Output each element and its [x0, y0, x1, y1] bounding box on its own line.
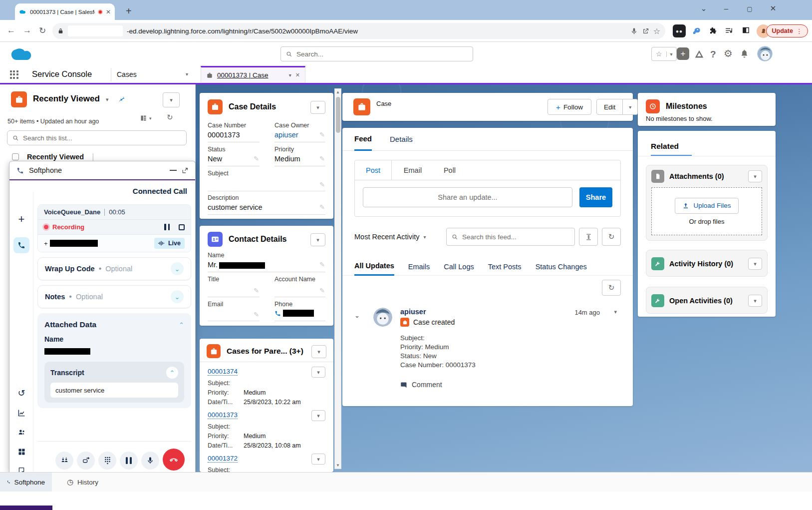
softphone-header[interactable]: Softphone — [9, 161, 195, 180]
tab-feed[interactable]: Feed — [354, 128, 372, 151]
list-selector-icon[interactable]: ▾ — [106, 96, 109, 103]
list-view-title[interactable]: Recently Viewed — [33, 94, 100, 104]
share-button[interactable]: Share — [579, 187, 612, 207]
recording-pause-icon[interactable] — [164, 224, 170, 230]
feed-author-link[interactable]: apiuser — [400, 308, 426, 316]
select-all-checkbox[interactable] — [12, 153, 19, 160]
cases-dropdown-icon[interactable]: ▾ — [186, 71, 188, 77]
mute-button[interactable] — [141, 452, 159, 470]
file-dropzone[interactable]: Upload Files Or drop files — [651, 187, 762, 235]
card-actions-button[interactable]: ▾ — [310, 233, 325, 246]
transfer-button[interactable] — [77, 452, 95, 470]
column-scrollbar[interactable]: ▲ ▼ — [334, 88, 341, 469]
scrollbar-thumb[interactable] — [336, 97, 340, 133]
edit-pencil-icon[interactable]: ✎ — [254, 155, 259, 162]
column-header[interactable]: Recently Viewed — [27, 153, 84, 161]
comment-action[interactable]: Comment — [400, 381, 442, 389]
collapse-all-button[interactable] — [579, 228, 598, 246]
edit-pencil-icon[interactable]: ✎ — [254, 311, 259, 318]
notes-section[interactable]: Notes • Optional ⌄ — [37, 285, 191, 308]
mic-icon[interactable] — [630, 27, 638, 35]
popout-icon[interactable] — [182, 167, 188, 174]
setup-gear-icon[interactable]: ⚙ — [724, 47, 733, 59]
feed-search-input[interactable]: Search this feed... — [446, 228, 575, 246]
edit-dropdown-icon[interactable]: ▾ — [623, 99, 638, 115]
notifications-bell-icon[interactable] — [740, 49, 749, 58]
tab-close-icon[interactable]: ✕ — [106, 8, 111, 15]
pin-icon[interactable] — [118, 95, 125, 102]
edit-pencil-icon[interactable]: ✎ — [254, 287, 259, 294]
follow-button[interactable]: + Follow — [547, 99, 591, 115]
tab-related[interactable]: Related — [651, 142, 679, 151]
card-title[interactable]: Attachments (0) — [669, 172, 724, 180]
card-title[interactable]: Cases for Pare... (3+) — [227, 347, 303, 356]
tab-options-icon[interactable]: ▾ — [289, 72, 291, 78]
conference-button[interactable] — [55, 452, 73, 470]
notes-icon[interactable] — [13, 463, 29, 472]
quick-actions-icon[interactable]: + — [677, 47, 689, 60]
edit-pencil-icon[interactable]: ✎ — [319, 203, 325, 211]
upload-files-button[interactable]: Upload Files — [675, 198, 738, 214]
scroll-up-icon[interactable]: ▲ — [335, 90, 341, 94]
case-number-link[interactable]: 00001372 — [208, 455, 238, 463]
collapse-chevron-icon[interactable]: ⌃ — [166, 367, 178, 379]
app-launcher-icon[interactable] — [10, 70, 18, 79]
back-button[interactable]: ← — [7, 25, 15, 35]
wrapup-section[interactable]: Wrap Up Code • Optional ⌄ — [37, 257, 191, 280]
chrome-update-button[interactable]: Update ⋮ — [766, 24, 808, 37]
scroll-down-icon[interactable]: ▼ — [335, 463, 341, 468]
case-number-link[interactable]: 00001373 — [208, 411, 238, 419]
edit-pencil-icon[interactable]: ✎ — [319, 287, 325, 294]
dialpad-button[interactable] — [98, 452, 116, 470]
workspace-tab-label[interactable]: 00001373 | Case — [217, 71, 285, 79]
edit-pencil-icon[interactable]: ✎ — [319, 155, 325, 162]
list-actions-button[interactable]: ▾ — [163, 92, 180, 107]
chrome-menu-icon[interactable]: ⋮ — [796, 27, 803, 35]
side-panel-icon[interactable] — [742, 26, 750, 34]
card-actions-button[interactable]: ▾ — [311, 345, 326, 358]
card-title[interactable]: Open Activities (0) — [669, 297, 733, 305]
tab-close-icon[interactable]: ✕ — [295, 72, 300, 78]
trailhead-icon[interactable] — [694, 49, 705, 60]
edit-button[interactable]: Edit — [596, 99, 623, 115]
extension-icon-key[interactable] — [690, 24, 703, 37]
feed-sort-select[interactable]: Most Recent Activity ▾ — [354, 233, 426, 241]
call-history-icon[interactable]: ↺ — [13, 385, 29, 401]
window-close-button[interactable]: ✕ — [766, 4, 781, 13]
share-icon[interactable] — [642, 27, 649, 35]
utility-history-button[interactable]: ◷ History — [60, 473, 105, 492]
list-refresh-icon[interactable]: ↻ — [167, 113, 173, 122]
transcript-input[interactable] — [50, 383, 178, 398]
edit-pencil-icon[interactable]: ✎ — [319, 131, 325, 138]
extensions-puzzle-icon[interactable] — [707, 24, 720, 37]
new-tab-button[interactable]: + — [126, 6, 132, 16]
nav-item-cases[interactable]: Cases — [117, 70, 137, 78]
list-search-input[interactable]: Search this list... — [7, 130, 187, 145]
row-actions-button[interactable]: ▾ — [311, 367, 325, 378]
window-minimize-button[interactable]: – — [719, 4, 734, 12]
card-actions-button[interactable]: ▾ — [748, 170, 762, 182]
feed-avatar[interactable] — [373, 308, 392, 327]
collapse-chevron-icon[interactable]: ⌃ — [179, 321, 184, 329]
case-owner-link[interactable]: apiuser — [274, 131, 298, 139]
filter-text-posts[interactable]: Text Posts — [488, 263, 522, 271]
bookmark-star-icon[interactable]: ☆ — [653, 26, 660, 36]
display-as-button[interactable]: ▾ — [140, 114, 152, 122]
apps-grid-icon[interactable] — [13, 444, 29, 460]
reading-list-icon[interactable] — [725, 26, 734, 35]
new-call-icon[interactable]: + — [13, 211, 29, 227]
stats-icon[interactable] — [13, 405, 29, 421]
card-actions-button[interactable]: ▾ — [748, 258, 762, 270]
reload-button[interactable]: ↻ — [39, 25, 46, 36]
publisher-tab-poll[interactable]: Poll — [434, 160, 466, 180]
card-actions-button[interactable]: ▾ — [748, 295, 762, 307]
minimize-icon[interactable] — [170, 170, 177, 171]
edit-pencil-icon[interactable]: ✎ — [319, 261, 325, 268]
help-icon[interactable]: ? — [710, 49, 716, 60]
hold-button[interactable] — [120, 452, 138, 470]
extension-icon-dark[interactable]: ●● — [673, 24, 686, 37]
window-maximize-button[interactable]: ▢ — [742, 5, 757, 12]
live-badge[interactable]: Live — [154, 238, 185, 249]
expand-chevron-icon[interactable]: ⌄ — [171, 290, 184, 303]
browser-tab[interactable]: 00001373 | Case | Salesforce ✕ — [15, 3, 115, 20]
